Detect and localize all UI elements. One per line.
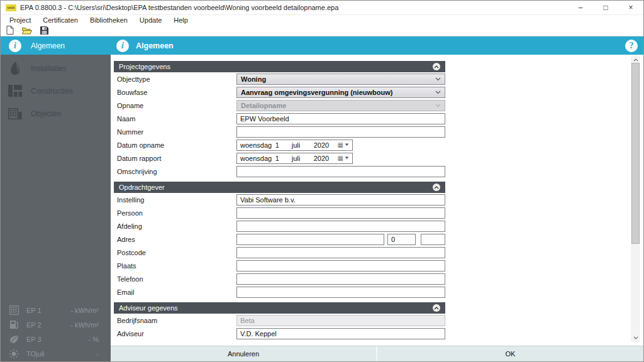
- section-title: Opdrachtgever: [119, 184, 165, 191]
- page-header: i Algemeen ?: [111, 36, 643, 55]
- menu-certificaten[interactable]: Certificaten: [43, 16, 78, 24]
- menu-project[interactable]: Project: [9, 16, 31, 24]
- huisnummer-input[interactable]: [387, 234, 416, 245]
- omschrijving-input[interactable]: [236, 166, 445, 177]
- form-row-afdeling: Afdeling: [114, 219, 445, 233]
- naam-input[interactable]: [236, 113, 445, 124]
- field-label: Bouwfase: [117, 89, 236, 96]
- instelling-input[interactable]: [236, 194, 445, 206]
- section-header-adviseur-gegevens[interactable]: Adviseur gegevens: [114, 302, 445, 314]
- window-body: i Algemeen Installaties Constructies: [1, 36, 643, 361]
- sidebar-item-objecten[interactable]: Objecten: [1, 104, 111, 123]
- collapse-icon[interactable]: [433, 304, 440, 312]
- toolbar: [1, 25, 643, 36]
- building-icon: [8, 108, 23, 119]
- adviseur-input[interactable]: [236, 328, 445, 339]
- form-row-telefoon: Telefoon: [114, 272, 445, 285]
- app-logo-icon: vabi: [6, 4, 16, 11]
- datum-rapport-picker[interactable]: woensdag 1 juli 2020 ▦: [236, 153, 353, 164]
- menu-help[interactable]: Help: [174, 16, 188, 24]
- close-button[interactable]: ×: [618, 1, 643, 14]
- date-day: woensdag: [240, 155, 275, 162]
- stat-ep1: EP 1 - kWh/m²: [1, 303, 111, 317]
- field-label: Nummer: [117, 128, 236, 136]
- sidebar-item-constructies[interactable]: Constructies: [1, 82, 111, 100]
- plaats-input[interactable]: [236, 260, 445, 272]
- calendar-icon[interactable]: ▦: [338, 142, 349, 148]
- info-icon: i: [8, 40, 23, 52]
- collapse-icon[interactable]: [433, 184, 440, 191]
- stat-label: EP 1: [26, 307, 42, 314]
- sidebar-item-installaties[interactable]: Installaties: [1, 59, 111, 77]
- section-header-opdrachtgever[interactable]: Opdrachtgever: [114, 182, 445, 193]
- collapse-icon[interactable]: [433, 63, 440, 70]
- building-grid-icon: [8, 305, 20, 315]
- section-header-projectgegevens[interactable]: Projectgegevens: [114, 61, 445, 72]
- sidebar-item-label: Objecten: [31, 109, 61, 118]
- field-label: Adres: [117, 236, 236, 243]
- calendar-icon[interactable]: ▦: [338, 155, 349, 162]
- chevron-down-icon: [435, 90, 441, 94]
- objecttype-select[interactable]: Woning: [236, 74, 445, 85]
- form-row-omschrijving: Omschrijving: [114, 165, 445, 178]
- form-row-instelling: Instelling: [114, 193, 445, 206]
- nummer-input[interactable]: [236, 126, 445, 138]
- footer-bar: Annuleren OK: [111, 346, 643, 361]
- ok-button[interactable]: OK: [377, 346, 643, 361]
- form-row-opname: Opname Detailopname: [114, 99, 445, 112]
- sidebar-item-label: Installaties: [31, 64, 67, 73]
- menu-update[interactable]: Update: [140, 16, 162, 24]
- opname-select: Detailopname: [236, 100, 445, 111]
- form-row-nummer: Nummer: [114, 125, 445, 138]
- postcode-input[interactable]: [236, 247, 445, 258]
- bouwfase-select[interactable]: Aanvraag omgevingsvergunning (nieuwbouw): [236, 87, 445, 98]
- afdeling-input[interactable]: [236, 221, 445, 232]
- stat-label: TOjuli: [26, 350, 45, 358]
- help-icon[interactable]: ?: [625, 40, 638, 52]
- form-row-bedrijfsnaam: Bedrijfsnaam: [114, 314, 445, 327]
- field-label: Naam: [117, 115, 236, 123]
- scrollbar-thumb[interactable]: [631, 63, 640, 244]
- section-title: Adviseur gegevens: [119, 304, 178, 312]
- form-row-adviseur: Adviseur: [114, 327, 445, 340]
- main-panel: i Algemeen ? Projectgegevens Objecttype: [111, 36, 643, 361]
- form-row-bouwfase: Bouwfase Aanvraag omgevingsvergunning (n…: [114, 85, 445, 99]
- maximize-button[interactable]: □: [593, 1, 618, 14]
- scroll-down-icon[interactable]: [631, 334, 640, 342]
- datum-opname-picker[interactable]: woensdag 1 juli 2020 ▦: [236, 140, 353, 151]
- minimize-button[interactable]: –: [568, 1, 593, 14]
- vertical-scrollbar[interactable]: [631, 56, 640, 342]
- page-title: Algemeen: [136, 41, 618, 50]
- flame-icon: [8, 61, 23, 75]
- form-row-persoon: Persoon: [114, 206, 445, 219]
- form-row-adres: Adres: [114, 233, 445, 246]
- cancel-button[interactable]: Annuleren: [111, 346, 377, 361]
- persoon-input[interactable]: [236, 207, 445, 219]
- window-title: EPA 0.8800.3 - C:\Users\sri\Desktop\EPA …: [20, 4, 564, 11]
- adres-input[interactable]: [236, 234, 384, 245]
- chevron-down-icon: [435, 77, 441, 81]
- save-icon[interactable]: [40, 26, 48, 35]
- form-row-postcode: Postcode: [114, 246, 445, 259]
- field-label: Datum opname: [117, 141, 236, 149]
- sidebar-stats: EP 1 - kWh/m² EP 2 - kWh/m² EP 3 - %: [1, 303, 111, 361]
- stat-value: - kWh/m²: [70, 307, 99, 314]
- title-bar: vabi EPA 0.8800.3 - C:\Users\sri\Desktop…: [1, 1, 643, 14]
- stat-ep3: EP 3 - %: [1, 332, 111, 346]
- field-label: Omschrijving: [117, 168, 236, 175]
- toevoeging-input[interactable]: [421, 234, 445, 245]
- stat-value: -: [96, 350, 99, 358]
- open-folder-icon[interactable]: [22, 26, 32, 35]
- email-input[interactable]: [236, 287, 445, 298]
- date-number: 1: [275, 141, 292, 149]
- menu-bibliotheken[interactable]: Bibliotheken: [90, 16, 128, 24]
- blocks-icon: [8, 85, 23, 97]
- new-document-icon[interactable]: [6, 26, 14, 35]
- date-month: juli: [292, 155, 314, 162]
- sidebar: i Algemeen Installaties Constructies: [1, 36, 111, 361]
- selected-value: Woning: [241, 75, 266, 83]
- section-title: Projectgegevens: [119, 63, 170, 70]
- sidebar-item-algemeen[interactable]: i Algemeen: [1, 36, 111, 55]
- telefoon-input[interactable]: [236, 273, 445, 285]
- algemeen-form: Projectgegevens Objecttype Woning: [114, 55, 445, 340]
